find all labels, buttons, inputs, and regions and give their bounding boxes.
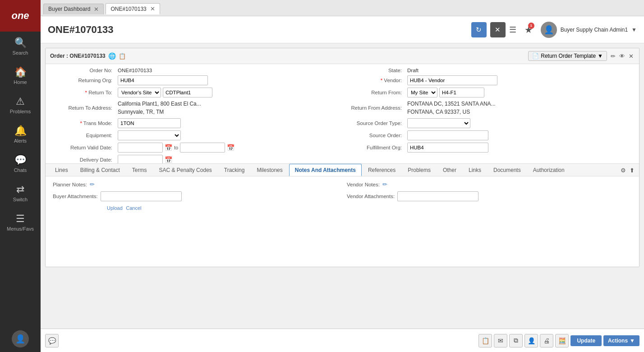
- form-right-col: State: Draft Vendor: Return From: My Sit…: [342, 68, 632, 163]
- vendor-input[interactable]: [407, 75, 497, 85]
- user-dropdown-icon[interactable]: ▼: [631, 27, 637, 33]
- tab-content-notes: Planner Notes: ✏ Buyer Attachments: Uplo…: [46, 176, 639, 267]
- equipment-select[interactable]: [118, 130, 181, 140]
- order-form: Order No: ONE#1070133 Returning Org: Ret…: [46, 64, 639, 163]
- user-area[interactable]: 👤 Buyer Supply Chain Admin1 ▼: [541, 22, 637, 38]
- buyer-attachments-input[interactable]: [101, 191, 182, 201]
- tab-references[interactable]: References: [362, 164, 401, 176]
- globe-icon[interactable]: 🌐: [108, 52, 116, 60]
- close-order-button[interactable]: ✕: [490, 22, 506, 37]
- sidebar-item-problems[interactable]: ⚠ Problems: [0, 90, 41, 120]
- sidebar-user-avatar[interactable]: 👤: [12, 330, 29, 347]
- tab-authorization[interactable]: Authorization: [527, 164, 570, 176]
- copy-bottom-button[interactable]: 📋: [478, 334, 492, 347]
- tab-sac-penalty[interactable]: SAC & Penalty Codes: [153, 164, 217, 176]
- cancel-link[interactable]: Cancel: [126, 205, 141, 211]
- panel-edit-icon[interactable]: ✏: [610, 52, 616, 60]
- return-valid-date-to[interactable]: [180, 143, 225, 153]
- delivery-calendar-icon[interactable]: 📅: [165, 156, 172, 163]
- source-order-type-select[interactable]: [407, 118, 470, 128]
- vendor-attachments-input[interactable]: [397, 191, 478, 201]
- tab-settings-icon[interactable]: ⚙: [620, 166, 627, 175]
- order-form-scroll[interactable]: Order No: ONE#1070133 Returning Org: Ret…: [46, 64, 639, 163]
- sidebar-item-switch[interactable]: ⇄ Switch: [0, 178, 41, 208]
- returning-org-input[interactable]: [118, 75, 208, 85]
- tab-notes-attachments-label: Notes And Attachments: [295, 167, 356, 173]
- return-to-address-value: California Plant1, 800 East El Ca... Sun…: [118, 100, 201, 116]
- print-bottom-button[interactable]: 🖨: [540, 334, 553, 347]
- calc-bottom-button[interactable]: 🧮: [555, 334, 569, 347]
- sidebar-item-home[interactable]: 🏠 Home: [0, 61, 41, 90]
- tab-terms-label: Terms: [132, 167, 147, 173]
- calendar-to-icon[interactable]: 📅: [227, 144, 235, 151]
- user-bottom-button[interactable]: 👤: [524, 334, 538, 347]
- top-tab-bar: Buyer Dashboard ✕ ONE#1070133 ✕: [41, 0, 644, 16]
- content-area: Order : ONE#1070133 🌐 📋 📄 Return Order T…: [41, 43, 644, 329]
- search-icon: 🔍: [14, 37, 27, 49]
- return-to-row: Return To: Vendor's Site: [53, 88, 342, 97]
- upload-link[interactable]: Upload: [107, 205, 123, 211]
- copy-icon[interactable]: 📋: [119, 53, 126, 60]
- trans-mode-input[interactable]: [118, 118, 181, 128]
- sidebar-item-chats[interactable]: 💬 Chats: [0, 149, 41, 178]
- order-panel-tools: 📄 Return Order Template ▼ ✏ 👁 ✕: [528, 51, 635, 61]
- sidebar-item-menus[interactable]: ☰ Menus/Favs: [0, 208, 41, 237]
- message-bottom-button[interactable]: ✉: [494, 334, 507, 347]
- app-logo[interactable]: one: [0, 0, 41, 32]
- tab-tracking[interactable]: Tracking: [218, 164, 251, 176]
- return-from-label: Return From:: [342, 90, 405, 95]
- tab-notes-attachments[interactable]: Notes And Attachments: [289, 164, 362, 176]
- tab-buyer-dashboard-close[interactable]: ✕: [94, 6, 99, 13]
- refresh-button[interactable]: ↻: [471, 22, 487, 37]
- return-valid-date-from[interactable]: [118, 143, 163, 153]
- tab-buyer-dashboard[interactable]: Buyer Dashboard ✕: [43, 4, 104, 14]
- update-button[interactable]: Update: [570, 335, 602, 346]
- inner-tab-bar: Lines Billing & Contact Terms SAC & Pena…: [46, 163, 639, 176]
- source-order-type-label: Source Order Type:: [342, 120, 405, 126]
- actions-dropdown-icon: ▼: [630, 338, 635, 344]
- tab-problems[interactable]: Problems: [402, 164, 437, 176]
- fulfillment-org-input[interactable]: [407, 143, 488, 153]
- tab-terms[interactable]: Terms: [126, 164, 153, 176]
- return-to-label: Return To:: [53, 90, 116, 95]
- return-from-site-input[interactable]: [439, 88, 484, 97]
- home-icon: 🏠: [14, 66, 27, 78]
- vendor-notes-edit-icon[interactable]: ✏: [382, 181, 387, 188]
- tab-order[interactable]: ONE#1070133 ✕: [106, 3, 160, 14]
- vendor-notes-row: Vendor Notes: ✏: [347, 181, 632, 188]
- delivery-date-row: Delivery Date: 📅: [53, 155, 342, 163]
- planner-notes-edit-icon[interactable]: ✏: [90, 181, 95, 188]
- return-from-addr-line2: FONTANA, CA 92337, US: [407, 108, 496, 116]
- duplicate-bottom-button[interactable]: ⧉: [509, 334, 523, 347]
- menu-button[interactable]: ☰: [509, 25, 516, 35]
- tab-expand-icon[interactable]: ⬆: [629, 166, 635, 175]
- return-from-select[interactable]: My Site: [407, 88, 437, 97]
- tab-other[interactable]: Other: [437, 164, 462, 176]
- tab-documents[interactable]: Documents: [488, 164, 527, 176]
- tab-billing-contact[interactable]: Billing & Contact: [74, 164, 126, 176]
- template-button[interactable]: 📄 Return Order Template ▼: [528, 51, 607, 61]
- return-to-site-input[interactable]: [163, 88, 212, 97]
- state-label: State:: [342, 68, 405, 73]
- tab-order-close[interactable]: ✕: [150, 5, 155, 12]
- panel-close-icon[interactable]: ✕: [628, 52, 635, 60]
- panel-eye-icon[interactable]: 👁: [618, 52, 626, 60]
- actions-label: Actions: [608, 338, 628, 344]
- sidebar-item-search[interactable]: 🔍 Search: [0, 32, 41, 61]
- tab-lines[interactable]: Lines: [49, 164, 74, 176]
- sidebar-item-menus-label: Menus/Favs: [7, 226, 34, 232]
- sidebar-item-alerts[interactable]: 🔔 Alerts: [0, 120, 41, 149]
- state-row: State: Draft: [342, 68, 632, 73]
- chat-button[interactable]: 💬: [45, 334, 59, 347]
- return-from-addr-line1: FONTANA DC, 13521 SANTA ANA...: [407, 100, 496, 108]
- notification-bell[interactable]: ★ 1: [524, 24, 533, 35]
- actions-button[interactable]: Actions ▼: [603, 335, 639, 346]
- tab-milestones[interactable]: Milestones: [251, 164, 288, 176]
- inner-tab-tools: ⚙ ⬆: [620, 166, 635, 176]
- return-to-select[interactable]: Vendor's Site: [118, 88, 161, 97]
- calendar-from-icon[interactable]: 📅: [165, 144, 172, 151]
- source-order-input[interactable]: [407, 130, 488, 140]
- delivery-date-input[interactable]: [118, 155, 163, 163]
- tab-links[interactable]: Links: [463, 164, 487, 176]
- return-from-address-value: FONTANA DC, 13521 SANTA ANA... FONTANA, …: [407, 100, 496, 116]
